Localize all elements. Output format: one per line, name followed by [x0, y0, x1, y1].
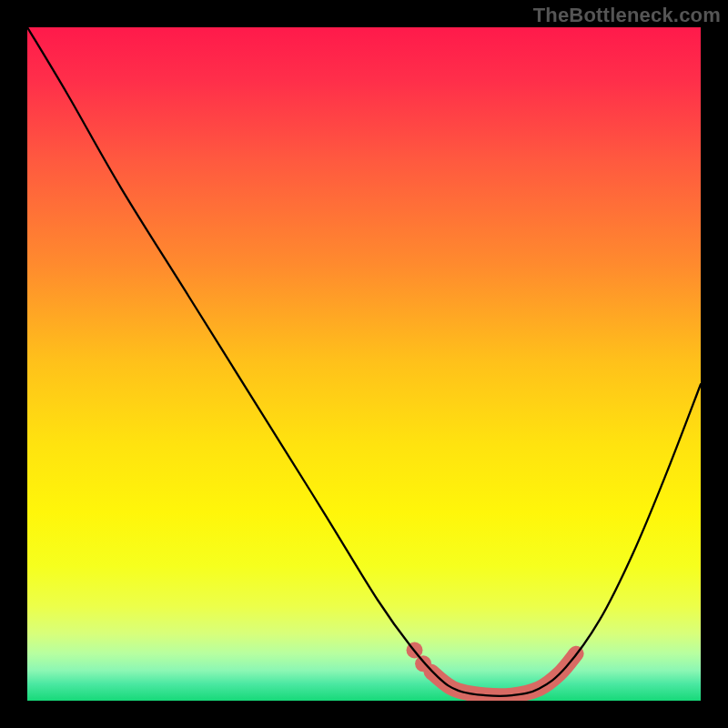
chart-frame: TheBottleneck.com [0, 0, 728, 728]
gradient-background [27, 27, 701, 701]
watermark-text: TheBottleneck.com [533, 4, 721, 27]
chart-svg [27, 27, 701, 701]
plot-area [27, 27, 701, 701]
